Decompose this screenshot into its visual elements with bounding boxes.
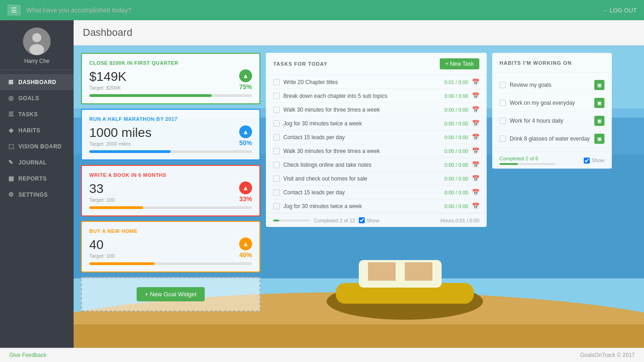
habits-footer-left: Completed 2 of 6 <box>500 156 555 165</box>
task-checkbox-6[interactable] <box>273 162 280 168</box>
new-goal-widget: + New Goal Widget <box>81 277 260 311</box>
sidebar-item-vision-board[interactable]: ⬚ VISION BOARD <box>0 138 74 154</box>
task-calendar-icon-7[interactable]: 📅 <box>472 175 479 182</box>
feedback-link[interactable]: Give Feedback <box>9 352 46 358</box>
goal-target-2: Target: 2000 miles <box>89 141 151 147</box>
top-nav: ☰ → LOG OUT <box>0 0 644 20</box>
task-item: Contact 15 leads per day 0:00 / 0:00 📅 <box>266 186 487 199</box>
goals-icon: ◎ <box>7 95 15 102</box>
goal-value-1: $149K <box>89 69 126 84</box>
task-time-3: 0:00 / 0:00 <box>444 121 468 126</box>
task-calendar-icon-1[interactable]: 📅 <box>472 92 479 99</box>
habit-label-1: Work on my goal everyday <box>510 100 591 106</box>
task-label-5: Walk 30 minutes for three times a week <box>283 148 441 154</box>
habit-action-icon-3[interactable]: ▣ <box>594 134 604 144</box>
goal-up-btn-4[interactable]: ▲ <box>239 238 252 250</box>
task-checkbox-0[interactable] <box>273 79 280 85</box>
sidebar-item-label: GOALS <box>18 95 39 102</box>
task-checkbox-4[interactable] <box>273 134 280 141</box>
page-header: Dashboard <box>74 20 644 45</box>
goal-pct-1: 75% <box>239 83 252 90</box>
task-calendar-icon-5[interactable]: 📅 <box>472 147 479 154</box>
habits-show-check: Show <box>584 158 604 164</box>
task-label-3: Jog for 30 minutes twice a week <box>283 120 441 127</box>
task-checkbox-5[interactable] <box>273 148 280 154</box>
task-checkbox-7[interactable] <box>273 175 280 182</box>
sidebar-item-reports[interactable]: ▦ REPORTS <box>0 170 74 187</box>
habit-label-2: Work for 4 hours daily <box>510 118 591 124</box>
task-label-1: Break down each chapter into 5 sub topic… <box>283 93 441 99</box>
goal-value-row-4: 40 Target: 100 ▲ 40% <box>89 238 252 259</box>
habit-action-icon-2[interactable]: ▣ <box>594 116 604 126</box>
goal-progress-3 <box>89 206 252 209</box>
sidebar-item-dashboard[interactable]: ⊞ DASHBOARD <box>0 74 74 90</box>
task-time-9: 0:00 / 0:00 <box>444 204 468 209</box>
sidebar-item-label: REPORTS <box>18 175 47 182</box>
goal-up-btn-1[interactable]: ▲ <box>239 69 252 82</box>
tasks-list: Write 20 Chapter titles 0:01 / 0:00 📅 Br… <box>266 75 487 213</box>
goal-value-row-1: $149K Target: $200K ▲ 75% <box>89 69 252 90</box>
footer-progress <box>273 220 310 221</box>
goal-widget-2: RUN A HALF MARATHON BY 2017 1000 miles T… <box>81 109 260 160</box>
goal-up-btn-2[interactable]: ▲ <box>239 125 252 138</box>
task-item: Visit and check out homes for sale 0:00 … <box>266 172 487 186</box>
task-calendar-icon-0[interactable]: 📅 <box>472 79 479 85</box>
habit-label-0: Review my goals <box>510 82 591 88</box>
task-checkbox-1[interactable] <box>273 93 280 99</box>
task-calendar-icon-4[interactable]: 📅 <box>472 134 479 141</box>
habit-item: Review my goals ▣ <box>492 76 612 94</box>
goal-progress-bar-2 <box>89 150 171 153</box>
task-checkbox-3[interactable] <box>273 120 280 127</box>
sidebar-item-habits[interactable]: ◈ HABITS <box>0 122 74 138</box>
tasks-title: TASKS FOR TODAY <box>273 61 328 67</box>
habits-show-checkbox[interactable] <box>584 158 590 164</box>
sidebar-item-goals[interactable]: ◎ GOALS <box>0 90 74 106</box>
task-checkbox-8[interactable] <box>273 189 280 196</box>
habit-checkbox-3[interactable] <box>500 136 506 142</box>
task-item: Write 20 Chapter titles 0:01 / 0:00 📅 <box>266 75 487 89</box>
habit-item: Work on my goal everyday ▣ <box>492 94 612 112</box>
new-goal-button[interactable]: + New Goal Widget <box>137 287 205 301</box>
sidebar-item-label: VISION BOARD <box>18 143 62 150</box>
goal-widget-4: BUY A NEW HOME 40 Target: 100 ▲ 40% <box>81 221 260 272</box>
habit-checkbox-1[interactable] <box>500 100 506 106</box>
task-checkbox-9[interactable] <box>273 203 280 209</box>
page-title: Dashboard <box>83 27 635 39</box>
habit-checkbox-0[interactable] <box>500 82 506 88</box>
goal-title-1: CLOSE $200K IN FIRST QUARTER <box>89 60 252 66</box>
goal-up-btn-3[interactable]: ▲ <box>239 181 252 194</box>
tasks-show-checkbox[interactable] <box>359 217 365 223</box>
task-calendar-icon-8[interactable]: 📅 <box>472 189 479 196</box>
habit-action-icon-1[interactable]: ▣ <box>594 98 604 108</box>
task-calendar-icon-9[interactable]: 📅 <box>472 203 479 209</box>
sidebar-item-journal[interactable]: ✎ JOURNAL <box>0 154 74 170</box>
sidebar-item-settings[interactable]: ⚙ SETTINGS <box>0 187 74 203</box>
logout-label: LOG OUT <box>610 7 637 14</box>
habit-item: Work for 4 hours daily ▣ <box>492 112 612 130</box>
task-calendar-icon-3[interactable]: 📅 <box>472 120 479 127</box>
goals-column: CLOSE $200K IN FIRST QUARTER $149K Targe… <box>81 53 260 311</box>
menu-button[interactable]: ☰ <box>7 5 21 16</box>
task-calendar-icon-2[interactable]: 📅 <box>472 106 479 113</box>
habit-item: Drink 8 glasses of water everday ▣ <box>492 130 612 148</box>
habits-footer-progress <box>500 163 555 165</box>
tasks-panel: TASKS FOR TODAY + New Task Write 20 Chap… <box>266 53 487 227</box>
task-time-5: 0:00 / 0:00 <box>444 148 468 154</box>
goal-value-2: 1000 miles <box>89 125 151 140</box>
task-calendar-icon-6[interactable]: 📅 <box>472 161 479 168</box>
habit-checkbox-2[interactable] <box>500 118 506 124</box>
search-input[interactable] <box>26 6 602 14</box>
panels-container: CLOSE $200K IN FIRST QUARTER $149K Targe… <box>74 45 644 348</box>
tasks-footer: Completed 2 of 12 Show Hours 0:01 / 0:00 <box>266 213 487 227</box>
goal-progress-bar-3 <box>89 206 143 209</box>
habit-action-icon-0[interactable]: ▣ <box>594 80 604 90</box>
sidebar-item-tasks[interactable]: ☰ TASKS <box>0 106 74 122</box>
vision-board-icon: ⬚ <box>7 143 15 150</box>
goal-value-row-3: 33 Target: 100 ▲ 33% <box>89 181 252 203</box>
new-task-button[interactable]: + New Task <box>440 58 479 69</box>
task-checkbox-2[interactable] <box>273 107 280 113</box>
habits-footer: Completed 2 of 6 Show <box>492 152 612 169</box>
logout-button[interactable]: → LOG OUT <box>602 7 637 14</box>
goal-progress-bar-4 <box>89 262 155 265</box>
task-label-8: Contact 15 leads per day <box>283 189 441 196</box>
